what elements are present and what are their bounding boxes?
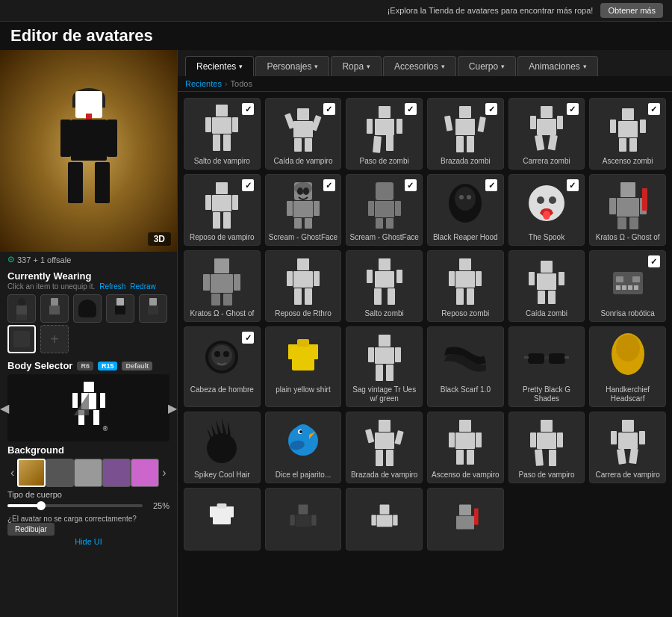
slider-thumb[interactable] xyxy=(37,501,46,510)
wearing-item-3[interactable] xyxy=(73,294,102,323)
item-salto-zombi[interactable]: Salto zombi xyxy=(346,250,423,322)
avatar-figure xyxy=(59,91,119,211)
svg-rect-6 xyxy=(297,108,309,120)
item-caida-vampiro[interactable]: ✓ Caída de vampiro xyxy=(265,98,342,170)
wearing-add-button[interactable]: + xyxy=(40,325,69,353)
item-reposo-vampiro[interactable]: ✓ Reposo de vampiro xyxy=(184,174,261,246)
svg-point-63 xyxy=(549,196,556,204)
item-extra-shirt[interactable] xyxy=(184,488,261,551)
tab-cuerpo[interactable]: Cuerpo ▾ xyxy=(458,56,516,76)
item-kratos-1[interactable]: Kratos Ω - Ghost of xyxy=(589,174,666,246)
item-reposo-rthro[interactable]: Reposo de Rthro xyxy=(265,250,342,322)
breadcrumb-parent[interactable]: Recientes xyxy=(185,79,222,88)
refresh-link[interactable]: Refresh xyxy=(99,282,125,291)
item-carrera-zombi[interactable]: ✓ Carrera zombi xyxy=(508,98,585,170)
item-extra-white[interactable] xyxy=(346,488,423,551)
item-paso-zombi[interactable]: ✓ Paso de zombi xyxy=(346,98,423,170)
svg-rect-166 xyxy=(617,448,626,464)
svg-rect-36 xyxy=(216,182,228,194)
svg-rect-2 xyxy=(205,117,211,132)
item-kratos-2[interactable]: Kratos Ω - Ghost of xyxy=(184,250,261,322)
tab-ropa[interactable]: Ropa ▾ xyxy=(331,56,382,76)
item-ascenso-vampiro[interactable]: Ascenso de vampiro xyxy=(427,412,504,483)
tab-recientes[interactable]: Recientes ▾ xyxy=(185,56,254,76)
svg-rect-46 xyxy=(293,201,313,217)
bg-swatch-3[interactable] xyxy=(74,459,102,487)
svg-rect-49 xyxy=(294,218,302,229)
item-reposo-zombi[interactable]: Reposo zombi xyxy=(427,250,504,322)
item-caida-zombi[interactable]: Caída zombi xyxy=(508,250,585,322)
wearing-item-5[interactable] xyxy=(139,294,167,323)
item-handkerchief-headscarf[interactable]: Handkerchief Headscarf xyxy=(589,326,666,407)
tab-personajes[interactable]: Personajes ▾ xyxy=(255,56,329,76)
item-label: Reposo de Rthro xyxy=(275,309,332,318)
item-brazada-vampiro[interactable]: Brazada de vampiro xyxy=(346,412,423,483)
svg-rect-92 xyxy=(455,271,475,288)
item-scream-ghostface-2[interactable]: ✓ Scream - GhostFace xyxy=(346,174,423,246)
item-scream-ghostface-1[interactable]: ✓ S xyxy=(265,174,342,246)
item-sonrisa-robotica[interactable]: ✓ Sonrisa robótica xyxy=(589,250,666,322)
redibujar-button[interactable]: Redibujar xyxy=(7,523,55,536)
bg-arrow-left-icon[interactable]: ‹ xyxy=(7,466,17,480)
item-spikey-cool-hair[interactable]: Spikey Cool Hair xyxy=(184,412,261,483)
item-black-shades[interactable]: Pretty Black G Shades xyxy=(508,326,585,407)
tab-recientes-label: Recientes xyxy=(196,61,236,72)
svg-rect-23 xyxy=(467,136,474,152)
item-black-scarf[interactable]: Black Scarf 1.0 xyxy=(427,326,504,407)
svg-rect-32 xyxy=(610,120,616,133)
svg-rect-71 xyxy=(629,217,638,229)
svg-point-62 xyxy=(537,196,544,204)
svg-rect-75 xyxy=(203,274,210,291)
avatar-body xyxy=(71,120,107,161)
svg-rect-180 xyxy=(459,505,471,515)
body-selector-visual: ◀ ® ▶ xyxy=(7,374,169,441)
chevron-down-icon-5: ▾ xyxy=(501,63,505,70)
error-text-row: ¿El avatar no se carga correctamente? Re… xyxy=(7,515,169,536)
bg-arrow-right-icon[interactable]: › xyxy=(159,466,169,480)
bg-swatch-4[interactable] xyxy=(102,459,131,487)
svg-rect-95 xyxy=(456,288,464,305)
item-plain-yellow-shirt[interactable]: plain yellow shirt xyxy=(265,326,342,407)
tab-animaciones[interactable]: Animaciones ▾ xyxy=(517,56,598,76)
body-arrow-left-icon[interactable]: ◀ xyxy=(0,401,9,415)
svg-rect-8 xyxy=(284,113,295,129)
svg-rect-26 xyxy=(530,116,536,129)
item-dice-pajarito[interactable]: Dice el pajarito... xyxy=(265,412,342,483)
obtener-mas-button[interactable]: Obtener más xyxy=(600,3,663,18)
svg-rect-84 xyxy=(305,288,312,305)
item-extra-dark[interactable] xyxy=(265,488,342,551)
wearing-item-4[interactable] xyxy=(106,294,134,323)
item-paso-vampiro[interactable]: Paso de vampiro xyxy=(508,412,585,483)
item-salto-vampiro[interactable]: ✓ Salto de vampiro xyxy=(184,98,261,170)
item-label: plain yellow shirt xyxy=(276,385,330,394)
svg-rect-144 xyxy=(379,420,391,432)
svg-rect-67 xyxy=(617,198,639,217)
body-arrow-right-icon[interactable]: ▶ xyxy=(168,401,177,415)
item-sag-vintage[interactable]: Sag vintage Tr Ues w/ green xyxy=(346,326,423,407)
redraw-link[interactable]: Redraw xyxy=(130,282,155,291)
tab-accesorios[interactable]: Accesorios ▾ xyxy=(383,56,456,76)
item-extra-kratos[interactable] xyxy=(427,488,504,551)
svg-rect-88 xyxy=(396,270,402,283)
hide-ui-link[interactable]: Hide UI xyxy=(7,537,169,546)
item-ascenso-zombi[interactable]: ✓ Ascenso zombi xyxy=(589,98,666,170)
items-grid-container[interactable]: ✓ Salto de vampiro ✓ xyxy=(178,92,672,617)
svg-rect-128 xyxy=(524,356,529,359)
svg-rect-167 xyxy=(629,448,638,464)
svg-rect-149 xyxy=(386,450,393,466)
item-cabeza-hombre[interactable]: ✓ Cabeza de hombre xyxy=(184,326,261,407)
item-the-spook[interactable]: ✓ The Spook xyxy=(508,174,585,246)
svg-rect-27 xyxy=(557,116,563,129)
item-carrera-vampiro[interactable]: Carrera de vampiro xyxy=(589,412,666,483)
item-black-reaper-hood[interactable]: ✓ Black Reaper Hood xyxy=(427,174,504,246)
wearing-item-2[interactable] xyxy=(40,294,69,323)
bg-swatch-1[interactable] xyxy=(17,459,46,487)
item-label: Ascenso de vampiro xyxy=(432,471,500,480)
svg-rect-174 xyxy=(290,515,294,525)
body-type-slider[interactable] xyxy=(7,504,143,507)
wearing-item-6[interactable] xyxy=(7,325,36,353)
bg-swatch-5[interactable] xyxy=(131,459,159,487)
item-brazada-zombi[interactable]: ✓ Brazada zombi xyxy=(427,98,504,170)
wearing-item-1[interactable] xyxy=(7,294,36,323)
bg-swatch-2[interactable] xyxy=(46,459,74,487)
